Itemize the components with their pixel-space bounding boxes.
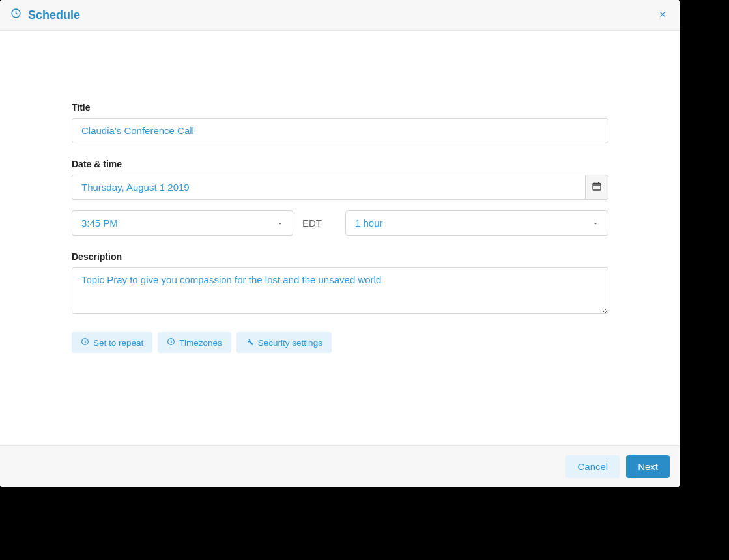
description-textarea[interactable] [72,267,608,314]
security-settings-button[interactable]: Security settings [236,332,332,353]
clock-icon [167,337,175,348]
timezones-label: Timezones [179,338,222,348]
clock-icon [81,337,89,348]
time-group: 3:45 PM EDT [72,210,335,236]
calendar-button[interactable] [585,175,608,200]
title-input[interactable] [72,118,608,143]
timezones-button[interactable]: Timezones [158,332,231,353]
modal-title: Schedule [28,8,80,22]
datetime-group: Date & time 3:45 PM [72,159,608,236]
cancel-button[interactable]: Cancel [565,455,620,478]
set-repeat-button[interactable]: Set to repeat [72,332,152,353]
chevron-down-icon [592,217,599,229]
modal-title-group: Schedule [10,8,80,22]
date-row [72,175,608,200]
next-button[interactable]: Next [626,455,670,478]
time-value: 3:45 PM [81,217,118,229]
security-label: Security settings [258,338,322,348]
datetime-label: Date & time [72,159,608,169]
modal-header: Schedule [0,0,680,31]
title-group: Title [72,102,608,143]
time-row: 3:45 PM EDT 1 hour [72,210,608,236]
description-group: Description [72,251,608,316]
schedule-modal: Schedule Title Date & time [0,0,680,487]
clock-icon [10,8,21,22]
modal-footer: Cancel Next [0,445,680,487]
repeat-label: Set to repeat [93,338,143,348]
options-row: Set to repeat Timezones Security sett [72,332,608,353]
duration-group: 1 hour [345,210,608,236]
close-button[interactable] [655,8,670,22]
timezone-label: EDT [293,217,335,229]
chevron-down-icon [277,217,283,229]
close-icon [658,8,667,21]
duration-value: 1 hour [355,217,383,229]
svg-rect-1 [593,183,601,190]
date-input[interactable] [72,175,585,200]
time-select-wrap: 3:45 PM [72,210,293,236]
title-label: Title [72,102,608,113]
modal-body: Title Date & time [0,31,680,445]
duration-select[interactable]: 1 hour [345,210,608,236]
time-select[interactable]: 3:45 PM [72,210,293,236]
wrench-icon [246,337,254,348]
calendar-icon [592,181,602,193]
description-label: Description [72,251,608,262]
